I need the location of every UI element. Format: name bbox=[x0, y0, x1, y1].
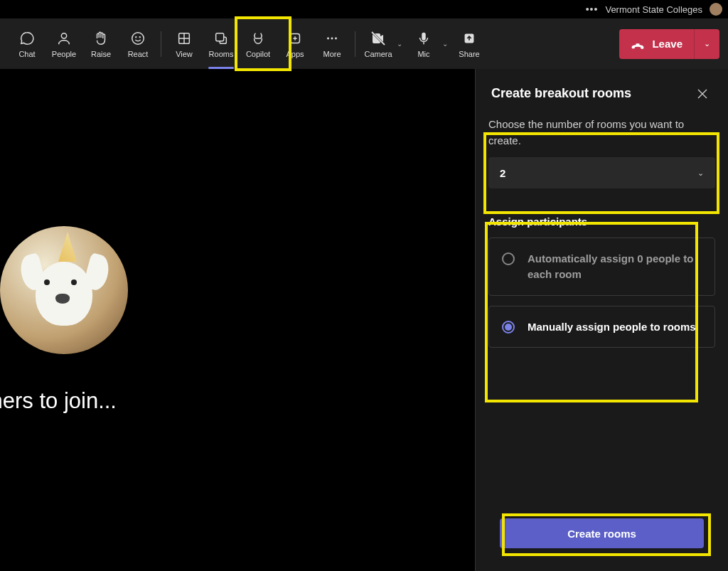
panel-close-button[interactable] bbox=[692, 87, 712, 100]
view-icon bbox=[176, 29, 192, 48]
meeting-stage: g for others to join... bbox=[0, 69, 475, 571]
assign-manual-label: Manually assign people to rooms bbox=[528, 319, 696, 335]
more-icon bbox=[324, 29, 340, 48]
camera-chevron-icon[interactable]: ⌄ bbox=[397, 40, 402, 48]
assign-heading: Assign participants bbox=[488, 215, 715, 228]
breakout-rooms-panel: Create breakout rooms Choose the number … bbox=[475, 69, 728, 571]
raise-hand-button[interactable]: Raise bbox=[82, 23, 119, 65]
apps-icon bbox=[287, 29, 303, 48]
react-icon bbox=[130, 29, 146, 48]
svg-point-1 bbox=[132, 33, 144, 45]
assign-auto-label: Automatically assign 0 people to each ro… bbox=[528, 251, 702, 282]
react-button[interactable]: React bbox=[119, 23, 156, 65]
more-dots-icon[interactable]: ••• bbox=[586, 4, 599, 15]
title-bar: ••• Vermont State Colleges bbox=[0, 0, 728, 18]
svg-point-2 bbox=[136, 37, 136, 38]
people-icon bbox=[56, 29, 72, 48]
copilot-button[interactable]: Copilot bbox=[240, 23, 277, 65]
participant-avatar bbox=[0, 226, 128, 354]
svg-point-7 bbox=[327, 38, 329, 40]
leave-dropdown[interactable]: ⌄ bbox=[694, 29, 719, 59]
meeting-toolbar: Chat People Raise React View Rooms bbox=[0, 18, 728, 69]
create-rooms-button[interactable]: Create rooms bbox=[500, 518, 704, 548]
svg-point-9 bbox=[335, 38, 337, 40]
org-name: Vermont State Colleges bbox=[605, 4, 702, 15]
chevron-down-icon: ⌄ bbox=[697, 169, 704, 178]
svg-point-0 bbox=[61, 33, 66, 38]
room-count-value: 2 bbox=[500, 167, 505, 179]
panel-title: Create breakout rooms bbox=[491, 86, 631, 101]
rooms-button[interactable]: Rooms bbox=[203, 23, 240, 65]
leave-button[interactable]: Leave bbox=[619, 29, 694, 59]
view-button[interactable]: View bbox=[166, 23, 203, 65]
leave-label: Leave bbox=[652, 38, 682, 50]
more-button[interactable]: More bbox=[314, 23, 350, 65]
phone-down-icon bbox=[631, 37, 645, 51]
assign-manual-option[interactable]: Manually assign people to rooms bbox=[488, 306, 715, 348]
chevron-down-icon: ⌄ bbox=[704, 39, 710, 48]
share-button[interactable]: Share bbox=[451, 23, 488, 65]
svg-rect-5 bbox=[216, 33, 224, 41]
toolbar-divider bbox=[161, 31, 161, 57]
camera-off-icon bbox=[370, 29, 387, 48]
radio-checked-icon bbox=[502, 321, 515, 333]
radio-unchecked-icon bbox=[502, 252, 515, 265]
chat-button[interactable]: Chat bbox=[9, 23, 46, 65]
close-icon bbox=[697, 88, 708, 100]
svg-point-8 bbox=[331, 38, 333, 40]
assign-auto-option[interactable]: Automatically assign 0 people to each ro… bbox=[488, 238, 715, 296]
toolbar-divider bbox=[355, 31, 355, 57]
raise-hand-icon bbox=[93, 29, 109, 48]
mic-icon bbox=[416, 29, 432, 48]
svg-rect-10 bbox=[422, 33, 426, 41]
mic-chevron-icon[interactable]: ⌄ bbox=[442, 40, 448, 48]
share-icon bbox=[461, 29, 477, 48]
user-avatar[interactable] bbox=[710, 3, 722, 16]
copilot-icon bbox=[250, 29, 266, 48]
people-button[interactable]: People bbox=[46, 23, 82, 65]
svg-point-3 bbox=[139, 37, 140, 38]
apps-button[interactable]: Apps bbox=[277, 23, 314, 65]
room-count-select[interactable]: 2 ⌄ bbox=[488, 157, 715, 188]
room-count-label: Choose the number of rooms you want to c… bbox=[488, 117, 715, 149]
waiting-status-text: g for others to join... bbox=[0, 388, 117, 414]
mic-button[interactable]: Mic bbox=[405, 23, 442, 65]
rooms-icon bbox=[213, 29, 229, 48]
chat-icon bbox=[19, 29, 35, 48]
camera-button[interactable]: Camera bbox=[360, 23, 397, 65]
